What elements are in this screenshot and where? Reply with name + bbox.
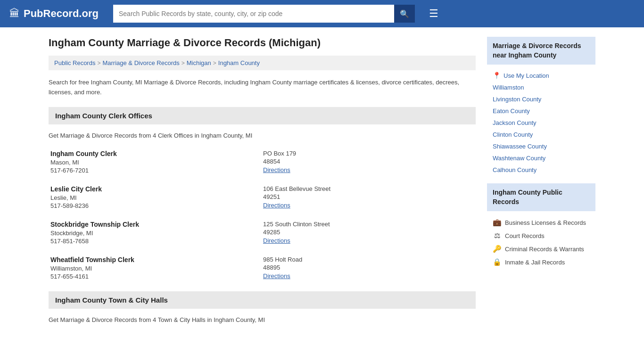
office-right-3: 125 South Clinton Street 49285 Direction… [263, 221, 476, 245]
office-zip-2: 49251 [263, 193, 476, 200]
office-entry-1: Ingham County Clerk Mason, MI 517-676-72… [49, 150, 476, 174]
directions-link-1[interactable]: Directions [263, 166, 290, 173]
office-address-3: 125 South Clinton Street [263, 221, 476, 228]
office-right-1: PO Box 179 48854 Directions [263, 150, 476, 174]
office-zip-4: 48895 [263, 264, 476, 271]
office-name-4: Wheatfield Township Clerk [50, 256, 263, 263]
sidebar-item-washtenaw[interactable]: Washtenaw County [487, 152, 595, 164]
office-entry-2: Leslie City Clerk Leslie, MI 517-589-823… [49, 185, 476, 209]
sidebar-item-eaton[interactable]: Eaton County [487, 105, 595, 117]
office-phone-2: 517-589-8236 [50, 202, 263, 209]
sidebar-item-business-licenses[interactable]: 💼 Business Licenses & Records [487, 216, 595, 229]
use-my-location-label: Use My Location [504, 72, 549, 79]
breadcrumb-michigan[interactable]: Michigan [187, 59, 211, 66]
sidebar-item-court-records[interactable]: ⚖ Court Records [487, 229, 595, 242]
office-left-1: Ingham County Clerk Mason, MI 517-676-72… [50, 150, 263, 174]
business-licenses-label: Business Licenses & Records [505, 219, 586, 226]
search-bar: 🔍 [113, 5, 415, 23]
office-city-1: Mason, MI [50, 159, 263, 166]
office-name-1: Ingham County Clerk [50, 150, 263, 157]
page-description: Search for free Ingham County, MI Marria… [49, 78, 476, 98]
office-zip-1: 48854 [263, 158, 476, 165]
office-right-2: 106 East Bellevue Street 49251 Direction… [263, 185, 476, 209]
scales-icon: ⚖ [493, 231, 501, 240]
office-left-3: Stockbridge Township Clerk Stockbridge, … [50, 221, 263, 245]
office-left-2: Leslie City Clerk Leslie, MI 517-589-823… [50, 185, 263, 209]
office-entry-3: Stockbridge Township Clerk Stockbridge, … [49, 221, 476, 245]
sidebar: Marriage & Divorce Records near Ingham C… [487, 37, 595, 335]
menu-button[interactable]: ☰ [429, 8, 438, 20]
office-left-4: Wheatfield Township Clerk Williamston, M… [50, 256, 263, 280]
search-input[interactable] [113, 5, 394, 23]
breadcrumb-public-records[interactable]: Public Records [54, 59, 95, 66]
breadcrumb-sep-1: > [97, 60, 100, 66]
office-phone-1: 517-676-7201 [50, 167, 263, 174]
breadcrumb: Public Records > Marriage & Divorce Reco… [49, 56, 476, 70]
page-title: Ingham County Marriage & Divorce Records… [49, 37, 476, 49]
key-icon: 🔑 [493, 245, 501, 253]
office-phone-4: 517-655-4161 [50, 273, 263, 280]
sidebar-item-shiawassee[interactable]: Shiawassee County [487, 140, 595, 152]
office-name-2: Leslie City Clerk [50, 185, 263, 193]
office-entry-4: Wheatfield Township Clerk Williamston, M… [49, 256, 476, 280]
office-address-1: PO Box 179 [263, 150, 476, 157]
sidebar-item-calhoun[interactable]: Calhoun County [487, 164, 595, 176]
logo-text: PubRecord.org [24, 8, 99, 20]
hamburger-icon: ☰ [429, 8, 438, 19]
office-phone-3: 517-851-7658 [50, 238, 263, 245]
sidebar-item-inmate-records[interactable]: 🔒 Inmate & Jail Records [487, 255, 595, 269]
breadcrumb-marriage-divorce[interactable]: Marriage & Divorce Records [102, 59, 179, 66]
sidebar-use-location[interactable]: 📍 Use My Location [487, 69, 595, 82]
office-name-3: Stockbridge Township Clerk [50, 221, 263, 228]
breadcrumb-sep-3: > [213, 60, 216, 66]
search-icon: 🔍 [400, 9, 409, 18]
office-address-4: 985 Holt Road [263, 256, 476, 263]
office-city-2: Leslie, MI [50, 194, 263, 201]
lock-icon: 🔒 [493, 258, 501, 266]
office-right-4: 985 Holt Road 48895 Directions [263, 256, 476, 280]
office-zip-3: 49285 [263, 229, 476, 236]
breadcrumb-sep-2: > [182, 60, 185, 66]
sidebar-item-criminal-records[interactable]: 🔑 Criminal Records & Warrants [487, 242, 595, 255]
office-address-2: 106 East Bellevue Street [263, 185, 476, 192]
header: 🏛 PubRecord.org 🔍 ☰ [0, 0, 644, 27]
directions-link-2[interactable]: Directions [263, 202, 290, 209]
content-area: Ingham County Marriage & Divorce Records… [49, 37, 476, 335]
inmate-records-label: Inmate & Jail Records [505, 259, 565, 266]
breadcrumb-ingham-county[interactable]: Ingham County [218, 59, 260, 66]
sidebar-public-records-header: Ingham County Public Records [487, 183, 595, 211]
town-halls-desc: Get Marriage & Divorce Records from 4 To… [49, 315, 476, 325]
office-city-3: Stockbridge, MI [50, 230, 263, 237]
briefcase-icon: 💼 [493, 218, 501, 227]
sidebar-item-clinton[interactable]: Clinton County [487, 129, 595, 140]
office-city-4: Williamston, MI [50, 265, 263, 272]
location-pin-icon: 📍 [493, 72, 501, 79]
main-container: Ingham County Marriage & Divorce Records… [39, 27, 605, 344]
logo-icon: 🏛 [9, 8, 20, 20]
sidebar-nearby-header: Marriage & Divorce Records near Ingham C… [487, 37, 595, 65]
clerk-offices-desc: Get Marriage & Divorce Records from 4 Cl… [49, 131, 476, 141]
sidebar-item-williamston[interactable]: Williamston [487, 82, 595, 93]
logo[interactable]: 🏛 PubRecord.org [9, 8, 104, 20]
clerk-offices-header: Ingham County Clerk Offices [49, 107, 476, 124]
court-records-label: Court Records [505, 232, 545, 239]
sidebar-item-livingston[interactable]: Livingston County [487, 93, 595, 105]
search-button[interactable]: 🔍 [394, 5, 415, 23]
sidebar-item-jackson[interactable]: Jackson County [487, 117, 595, 129]
town-halls-header: Ingham County Town & City Halls [49, 291, 476, 309]
directions-link-4[interactable]: Directions [263, 272, 290, 280]
criminal-records-label: Criminal Records & Warrants [505, 246, 584, 253]
directions-link-3[interactable]: Directions [263, 237, 290, 244]
